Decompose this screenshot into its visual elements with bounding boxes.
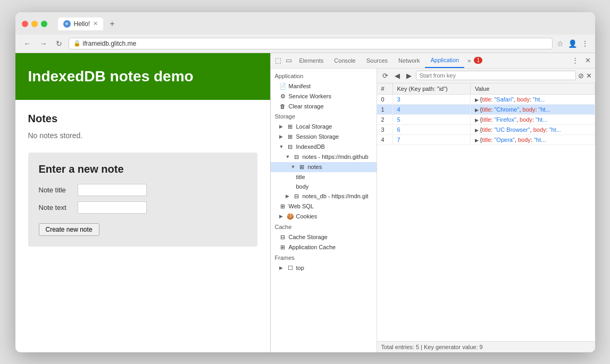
table-row[interactable]: 25▶ {title: "Firefox", body: "ht...: [377, 114, 595, 124]
cell-row-num: 4: [377, 134, 393, 145]
sidebar-item-local-storage[interactable]: ▶ ⊞ Local Storage: [271, 122, 377, 132]
cell-row-num: 0: [377, 94, 393, 104]
back-button[interactable]: ←: [22, 38, 34, 49]
notes-store-label: notes: [308, 164, 322, 170]
notes-arrow: ▼: [291, 164, 296, 170]
note-title-input[interactable]: [78, 184, 147, 196]
sidebar-item-service-workers[interactable]: ⚙ Service Workers: [271, 91, 377, 101]
tab-close-button[interactable]: ✕: [93, 20, 98, 27]
session-storage-icon: ⊞: [287, 133, 294, 140]
menu-button[interactable]: ⋮: [581, 39, 589, 48]
expand-row-arrow[interactable]: ▶: [475, 107, 480, 113]
cache-storage-label: Cache Storage: [289, 234, 328, 240]
tab-elements[interactable]: Elements: [294, 54, 329, 67]
sidebar-item-indexeddb-db[interactable]: ▼ ⊟ notes - https://mdn.github: [271, 152, 377, 162]
expand-row-arrow[interactable]: ▶: [475, 97, 480, 103]
browser-window: ⊕ Hello! ✕ + ← → ↻ 🔒 iframeidb.glitch.me…: [15, 12, 595, 352]
browser-tab[interactable]: ⊕ Hello! ✕: [58, 18, 104, 30]
note-text-row: Note text: [39, 201, 247, 214]
local-storage-icon: ⊞: [287, 123, 294, 130]
devtools-tabs-bar: ⬚ ▭ Elements Console Sources Network App…: [271, 53, 595, 69]
application-cache-icon: ⊞: [279, 244, 287, 251]
browser-toolbar-icons: ☆ 👤 ⋮: [557, 39, 589, 48]
more-tabs-button[interactable]: »: [464, 55, 474, 66]
note-title-row: Note title: [39, 184, 247, 196]
application-cache-label: Application Cache: [289, 244, 336, 250]
sidebar-item-cookies[interactable]: ▶ 🍪 Cookies: [271, 211, 377, 222]
note-text-input[interactable]: [78, 201, 147, 214]
bookmark-button[interactable]: ☆: [557, 39, 564, 48]
tab-application[interactable]: Application: [425, 53, 464, 68]
tab-sources[interactable]: Sources: [361, 54, 393, 67]
cell-row-num: 2: [377, 114, 393, 124]
table-row[interactable]: 03▶ {title: "Safari", body: "ht...: [377, 94, 595, 104]
devtools-device-button[interactable]: ▭: [283, 55, 294, 65]
profile-button[interactable]: 👤: [568, 39, 577, 48]
sidebar-item-body-field[interactable]: body: [271, 182, 377, 191]
devtools-toolbar: ⟳ ◀ ▶ ⊘ ✕: [377, 69, 595, 83]
clear-key-button[interactable]: ⊘: [578, 72, 584, 80]
traffic-lights: [22, 21, 47, 27]
nav-forward-button[interactable]: ▶: [404, 71, 414, 81]
title-field-label: title: [296, 174, 305, 180]
maximize-button[interactable]: [41, 21, 47, 27]
table-row[interactable]: 36▶ {title: "UC Browser", body: "ht...: [377, 124, 595, 134]
cell-key: 5: [392, 114, 470, 124]
close-button[interactable]: [22, 21, 28, 27]
sidebar-item-top[interactable]: ▶ ☐ top: [271, 263, 377, 273]
sidebar-item-title-field[interactable]: title: [271, 172, 377, 182]
manifest-label: Manifest: [289, 83, 311, 89]
start-from-key-input[interactable]: [416, 71, 576, 80]
tab-title: Hello!: [74, 20, 90, 28]
cell-value: ▶ {title: "Opera", body: "ht...: [471, 134, 595, 145]
expand-row-arrow[interactable]: ▶: [475, 128, 480, 133]
expand-row-arrow[interactable]: ▶: [475, 138, 480, 143]
devtools-inspect-button[interactable]: ⬚: [273, 55, 283, 65]
tab-console[interactable]: Console: [329, 54, 361, 67]
sidebar-item-cache-storage[interactable]: ⊟ Cache Storage: [271, 232, 377, 242]
cell-key: 6: [392, 124, 470, 134]
create-note-button[interactable]: Create new note: [39, 223, 99, 236]
sidebar-item-session-storage[interactable]: ▶ ⊞ Session Storage: [271, 132, 377, 142]
col-key: Key (Key path: "id"): [392, 83, 470, 95]
body-field-label: body: [296, 183, 309, 190]
devtools-tab-icons: ⋮ ✕: [570, 55, 593, 65]
refresh-db-button[interactable]: ⟳: [380, 71, 390, 81]
address-field[interactable]: 🔒 iframeidb.glitch.me: [69, 38, 553, 49]
new-tab-button[interactable]: +: [106, 18, 118, 30]
sidebar-item-clear-storage[interactable]: 🗑 Clear storage: [271, 101, 377, 111]
webpage-main-title: IndexedDB notes demo: [28, 68, 257, 85]
forward-button[interactable]: →: [38, 38, 49, 49]
tab-network[interactable]: Network: [393, 54, 425, 67]
notes-db2-arrow: ▶: [286, 193, 291, 199]
notes-section-title: Notes: [28, 113, 257, 125]
close-key-button[interactable]: ✕: [586, 72, 592, 80]
address-bar: ← → ↻ 🔒 iframeidb.glitch.me ☆ 👤 ⋮: [15, 35, 595, 53]
nav-back-button[interactable]: ◀: [392, 71, 402, 81]
webpage: IndexedDB notes demo Notes No notes stor…: [15, 53, 271, 352]
sidebar-item-notes-store[interactable]: ▼ ⊞ notes: [271, 162, 377, 172]
cache-section-label: Cache: [271, 222, 377, 232]
table-row[interactable]: 47▶ {title: "Opera", body: "ht...: [377, 134, 595, 145]
sidebar-item-application-cache[interactable]: ⊞ Application Cache: [271, 242, 377, 252]
sidebar-item-indexeddb[interactable]: ▼ ⊟ IndexedDB: [271, 142, 377, 152]
expand-row-arrow[interactable]: ▶: [475, 117, 480, 123]
table-row[interactable]: 14▶ {title: "Chrome", body: "ht...: [377, 104, 595, 114]
devtools-sidebar: Application 📄 Manifest ⚙ Service Workers…: [271, 69, 377, 352]
clear-storage-icon: 🗑: [279, 103, 287, 109]
sidebar-item-web-sql[interactable]: ⊞ Web SQL: [271, 201, 377, 211]
sidebar-item-notes-db2[interactable]: ▶ ⊟ notes_db - https://mdn.git: [271, 191, 377, 201]
devtools-close-button[interactable]: ✕: [583, 55, 593, 65]
cache-storage-icon: ⊟: [279, 234, 287, 241]
indexeddb-icon: ⊟: [287, 143, 294, 150]
cell-value: ▶ {title: "UC Browser", body: "ht...: [471, 124, 595, 134]
cookies-arrow: ▶: [279, 214, 285, 219]
notes-db2-icon: ⊟: [293, 193, 300, 200]
devtools-settings-button[interactable]: ⋮: [570, 55, 581, 65]
notes-section: Notes No notes stored.: [28, 113, 257, 140]
sidebar-item-manifest[interactable]: 📄 Manifest: [271, 81, 377, 91]
new-note-section: Enter a new note Note title Note text Cr…: [28, 153, 257, 247]
reload-button[interactable]: ↻: [54, 38, 64, 49]
minimize-button[interactable]: [31, 21, 38, 27]
note-text-label: Note text: [39, 204, 73, 211]
